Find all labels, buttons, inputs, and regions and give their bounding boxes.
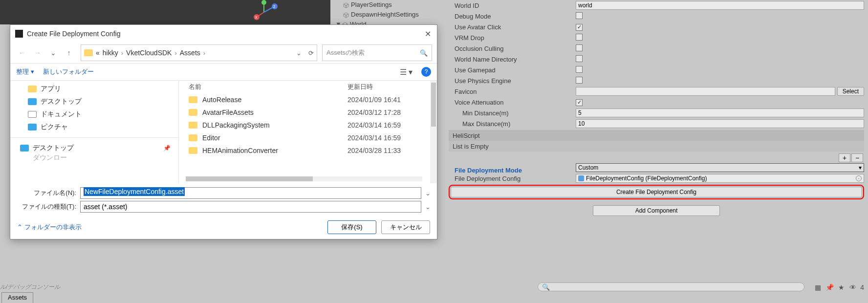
assets-tab[interactable]: Assets	[1, 292, 33, 303]
help-button[interactable]: ?	[421, 67, 431, 77]
horizontal-scrollbar[interactable]	[186, 176, 422, 181]
visibility-icon[interactable]: 👁	[848, 283, 857, 291]
voice-atten-checkbox[interactable]	[576, 99, 583, 106]
pin-icon[interactable]: 📌	[163, 145, 171, 152]
col-date-header[interactable]: 更新日時	[347, 83, 416, 91]
col-name-header[interactable]: 名前	[189, 83, 347, 91]
search-icon: 🔍	[420, 49, 428, 57]
file-name: AutoRelease	[202, 96, 347, 104]
tree-desktop[interactable]: デスクトップ📌	[20, 142, 178, 154]
file-row[interactable]: AvatarFileAssets2024/03/12 17:28	[189, 106, 427, 119]
folder-icon	[189, 147, 197, 154]
crumb[interactable]: Assets	[180, 49, 200, 57]
debug-mode-checkbox[interactable]	[576, 12, 583, 19]
gamepad-checkbox[interactable]	[576, 66, 583, 73]
new-folder-button[interactable]: 新しいフォルダー	[43, 67, 94, 76]
column-headers[interactable]: 名前 更新日時	[179, 81, 437, 93]
save-button[interactable]: 保存(S)	[327, 220, 376, 234]
filename-label: ファイル名(N):	[15, 189, 76, 197]
max-distance-input[interactable]	[576, 119, 864, 128]
file-date: 2024/03/14 16:59	[347, 134, 401, 142]
quick-access-documents[interactable]: ドキュメント	[28, 108, 178, 121]
file-date: 2024/03/28 11:33	[347, 147, 401, 154]
pin-icon[interactable]: 📌	[825, 283, 834, 291]
folder-icon	[189, 96, 197, 103]
filename-input[interactable]: NewFileDeploymentConfig.asset	[80, 187, 421, 199]
app-icon	[15, 30, 23, 38]
quick-access-pictures[interactable]: ピクチャ	[28, 121, 178, 133]
dialog-navbar: ← → ⌄ ↑ « hikky› VketCloudSDK› Assets› ⌄…	[10, 43, 437, 63]
path-dropdown-icon[interactable]: ⌄	[296, 49, 302, 57]
file-row[interactable]: AutoRelease2024/01/09 16:41	[189, 93, 427, 106]
vrm-drop-checkbox[interactable]	[576, 34, 583, 41]
file-row[interactable]: DLLPackagingSystem2024/03/14 16:59	[189, 119, 427, 131]
svg-text:x: x	[255, 15, 258, 20]
file-name: Editor	[202, 134, 347, 142]
hierarchy-item[interactable]: PlayerSettings	[332, 0, 440, 10]
min-distance-input[interactable]	[576, 108, 864, 117]
filetype-value: asset (*.asset)	[84, 203, 127, 211]
file-name: AvatarFileAssets	[202, 108, 347, 116]
filename-dropdown-icon[interactable]: ⌄	[425, 190, 432, 197]
star-icon[interactable]: ★	[837, 283, 846, 291]
max-distance-label: Max Distance(m)	[449, 120, 576, 128]
dialog-titlebar: Create File Deployment Config ✕	[10, 25, 437, 43]
favicon-select-button[interactable]: Select	[837, 87, 864, 96]
add-component-button[interactable]: Add Component	[593, 205, 720, 216]
list-add-button[interactable]: +	[839, 153, 850, 162]
physics-label: Use Physics Engine	[449, 77, 576, 85]
sidebar-label: デスクトップ	[41, 97, 82, 106]
nav-up-button[interactable]: ↑	[62, 46, 76, 60]
breadcrumb-path[interactable]: « hikky› VketCloudSDK› Assets› ⌄ ⟳	[81, 44, 317, 61]
file-deployment-config-ref[interactable]: FileDeploymentConfig (FileDeploymentConf…	[576, 174, 864, 183]
file-row[interactable]: Editor2024/03/14 16:59	[189, 131, 427, 144]
nav-recent-button[interactable]: ⌄	[46, 46, 60, 60]
world-id-input[interactable]	[576, 1, 864, 10]
document-icon	[28, 111, 37, 118]
occlusion-checkbox[interactable]	[576, 44, 583, 51]
refresh-icon[interactable]: ⟳	[308, 49, 314, 57]
dropdown-arrow-icon: ▾	[859, 164, 862, 171]
quick-access-desktop[interactable]: デスクトップ	[28, 95, 178, 108]
crumb[interactable]: hikky	[103, 49, 118, 57]
dialog-toolbar: 整理 ▾ 新しいフォルダー ☰ ▾ ?	[10, 63, 437, 81]
avatar-click-checkbox[interactable]	[576, 24, 583, 31]
folder-icon	[189, 109, 197, 116]
folder-icon	[28, 86, 37, 92]
quick-access-apps[interactable]: アプリ	[28, 83, 178, 95]
layers-icon[interactable]: ▦	[813, 283, 822, 291]
search-placeholder: Assetsの検索	[326, 48, 420, 57]
project-search-input[interactable]: 🔍	[538, 282, 804, 291]
cancel-button[interactable]: キャンセル	[381, 220, 430, 234]
organize-menu[interactable]: 整理 ▾	[16, 67, 34, 76]
filetype-dropdown-icon[interactable]: ⌄	[425, 203, 432, 211]
file-name: HEMAnimationConverter	[202, 147, 347, 154]
heliscript-header: HeliScript	[449, 130, 864, 141]
filename-value: NewFileDeploymentConfig.asset	[84, 187, 185, 196]
nav-back-button[interactable]: ←	[15, 46, 29, 60]
physics-checkbox[interactable]	[576, 77, 583, 84]
view-options-button[interactable]: ☰ ▾	[400, 67, 412, 77]
filetype-select[interactable]: asset (*.asset)	[80, 201, 421, 213]
tree-label: ダウンロー	[33, 154, 67, 161]
nav-forward-button[interactable]: →	[31, 46, 44, 60]
tree-downloads[interactable]: ダウンロー	[20, 154, 178, 161]
hide-folders-toggle[interactable]: ⌃ フォルダーの非表示	[17, 223, 82, 232]
hierarchy-item[interactable]: DespawnHeightSettings	[332, 10, 440, 20]
file-row[interactable]: HEMAnimationConverter2024/03/28 11:33	[189, 144, 427, 157]
vertical-scrollbar[interactable]	[430, 81, 437, 183]
dialog-search-input[interactable]: Assetsの検索 🔍	[322, 44, 432, 61]
favicon-path-input[interactable]	[576, 87, 835, 96]
list-remove-button[interactable]: −	[851, 153, 863, 162]
close-button[interactable]: ✕	[423, 29, 432, 39]
crumb[interactable]: VketCloudSDK	[126, 49, 172, 57]
world-id-label: World ID	[449, 2, 576, 9]
create-file-deployment-config-button[interactable]: Create File Deployment Config	[451, 187, 862, 197]
file-deployment-mode-select[interactable]: Custom▾	[576, 163, 864, 172]
file-date: 2024/03/12 17:28	[347, 108, 401, 116]
occlusion-label: Occlusion Culling	[449, 45, 576, 52]
world-name-dir-checkbox[interactable]	[576, 55, 583, 62]
object-picker-icon[interactable]	[856, 175, 862, 181]
svg-point-5	[261, 0, 266, 5]
pictures-icon	[28, 124, 37, 130]
